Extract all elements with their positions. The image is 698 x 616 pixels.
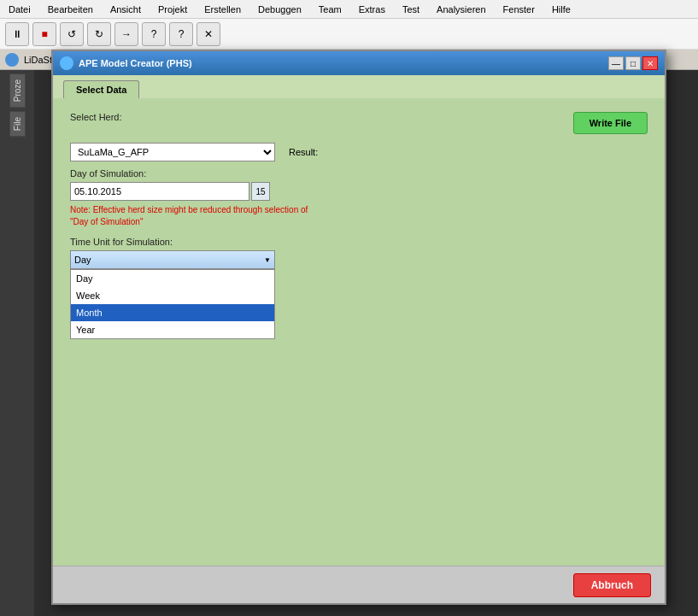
result-label: Result: [289, 147, 318, 157]
toolbar-btn-6[interactable]: ? [142, 22, 166, 46]
time-unit-dropdown[interactable]: Day ▼ Day Week Month Year [70, 250, 275, 269]
herd-row: SuLaMa_G_AFP Result: [70, 143, 648, 161]
chevron-down-icon: ▼ [264, 256, 271, 264]
tab-header: Select Data [53, 75, 665, 98]
dialog-footer: Abbruch [53, 566, 665, 603]
date-row: 15 [70, 182, 648, 201]
menu-item-bearbeiten[interactable]: Bearbeiten [43, 3, 98, 16]
menu-item-erstellen[interactable]: Erstellen [199, 3, 246, 16]
toolbar-btn-4[interactable]: ↻ [87, 22, 111, 46]
dialog-controls: — □ ✕ [608, 56, 658, 70]
time-unit-label: Time Unit for Simulation: [70, 237, 648, 247]
menu-item-team[interactable]: Team [314, 3, 347, 16]
note-text: Note: Effective herd size might be reduc… [70, 204, 309, 228]
dropdown-selected[interactable]: Day ▼ [70, 250, 275, 269]
dialog-minimize-button[interactable]: — [608, 56, 624, 70]
toolbar-btn-5[interactable]: → [114, 22, 138, 46]
toolbar-btn-2[interactable]: ■ [32, 22, 56, 46]
calendar-button[interactable]: 15 [251, 182, 270, 201]
dropdown-selected-text: Day [74, 255, 91, 265]
tab-content: Select Herd: Write File SuLaMa_G_AFP Res… [53, 98, 665, 566]
select-herd-label: Select Herd: [70, 112, 351, 122]
toolbar-btn-3[interactable]: ↺ [60, 22, 84, 46]
menu-item-datei[interactable]: Datei [3, 3, 36, 16]
menu-item-test[interactable]: Test [397, 3, 425, 16]
menu-item-projekt[interactable]: Projekt [153, 3, 192, 16]
toolbar: ⏸ ■ ↺ ↻ → ? ? ✕ [0, 19, 698, 50]
sidebar-tab-file[interactable]: File [9, 111, 26, 137]
menu-item-extras[interactable]: Extras [354, 3, 390, 16]
herd-select[interactable]: SuLaMa_G_AFP [70, 143, 275, 161]
dropdown-option-week[interactable]: Week [71, 287, 274, 304]
sidebar-tab-proze[interactable]: Proze [9, 73, 26, 108]
dialog-body: Select Data Select Herd: Write File SuLa… [53, 75, 665, 566]
sidebar: Proze File [0, 70, 34, 616]
menu-item-ansicht[interactable]: Ansicht [105, 3, 146, 16]
day-of-simulation-label: Day of Simulation: [70, 168, 648, 179]
dropdown-list: Day Week Month Year [70, 269, 275, 339]
menu-item-debuggen[interactable]: Debuggen [253, 3, 307, 16]
dialog-maximize-button[interactable]: □ [625, 56, 641, 70]
dialog-title-text: APE Model Creator (PHS) [79, 58, 192, 68]
menu-item-analysieren[interactable]: Analysieren [431, 3, 490, 16]
tab-select-data[interactable]: Select Data [63, 80, 139, 98]
dialog: APE Model Creator (PHS) — □ ✕ Select Dat… [51, 50, 666, 605]
toolbar-btn-1[interactable]: ⏸ [5, 22, 29, 46]
write-file-button[interactable]: Write File [573, 112, 648, 134]
menu-bar: Datei Bearbeiten Ansicht Projekt Erstell… [0, 0, 698, 19]
menu-item-hilfe[interactable]: Hilfe [547, 3, 576, 16]
dialog-close-button[interactable]: ✕ [642, 56, 658, 70]
dropdown-option-year[interactable]: Year [71, 321, 274, 338]
dialog-title-left: APE Model Creator (PHS) [60, 56, 192, 70]
dialog-icon [60, 56, 73, 70]
dialog-titlebar: APE Model Creator (PHS) — □ ✕ [53, 51, 665, 75]
liodast-icon [5, 53, 19, 67]
menu-item-fenster[interactable]: Fenster [498, 3, 540, 16]
dropdown-option-day[interactable]: Day [71, 270, 274, 287]
date-input[interactable] [70, 182, 249, 201]
dropdown-option-month[interactable]: Month [71, 304, 274, 321]
abbruch-button[interactable]: Abbruch [573, 573, 651, 597]
toolbar-btn-7[interactable]: ? [169, 22, 193, 46]
toolbar-btn-8[interactable]: ✕ [196, 22, 220, 46]
